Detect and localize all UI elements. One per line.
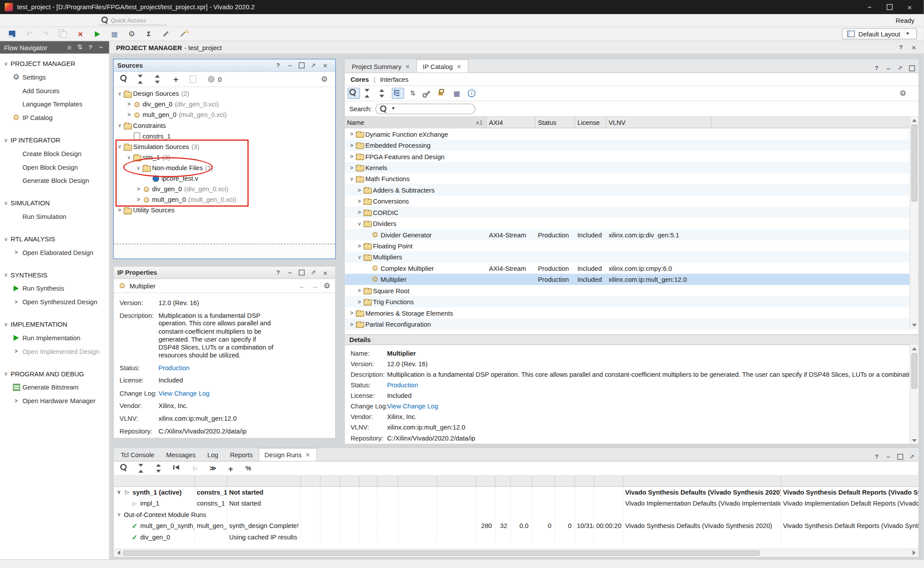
column-header[interactable] (114, 476, 195, 486)
expander-icon[interactable] (356, 254, 363, 260)
column-header[interactable] (495, 476, 511, 486)
expander-icon[interactable] (356, 288, 363, 293)
expander-icon[interactable] (135, 197, 142, 202)
expander-icon[interactable] (135, 186, 142, 192)
copy-icon[interactable] (57, 28, 70, 39)
catalog-memories-storage-elements[interactable]: Memories & Storage Elements (345, 307, 918, 318)
run-mult-gen-0-synth-1[interactable]: mult_gen_0_synth_1 mult_gen_0 synth_desi… (114, 521, 918, 532)
fast-forward-icon[interactable] (207, 462, 219, 473)
flow-open-block-design[interactable]: Open Block Design (0, 160, 109, 174)
sum-icon[interactable] (143, 28, 155, 39)
flow-section-header[interactable]: IMPLEMENTATION (0, 318, 109, 331)
save-icon[interactable] (6, 28, 18, 39)
column-header-status[interactable]: Status (535, 117, 575, 127)
group-by-icon[interactable] (392, 88, 404, 99)
expander-icon[interactable] (116, 144, 123, 149)
column-header[interactable] (398, 476, 437, 486)
help-icon[interactable] (897, 43, 905, 51)
run-synth-1[interactable]: synth_1 (active) constrs_1 Not started (114, 487, 918, 498)
customize-icon[interactable] (421, 88, 433, 99)
scroll-right-icon[interactable] (909, 549, 918, 556)
menu-tools[interactable] (32, 18, 41, 22)
flow-section-header[interactable]: IP INTEGRATOR (0, 134, 109, 146)
undo-icon[interactable] (23, 28, 35, 39)
column-header[interactable] (477, 476, 495, 486)
scroll-down-icon[interactable] (910, 321, 917, 328)
menu-help[interactable] (79, 18, 88, 22)
catalog-partial-reconfiguration[interactable]: Partial Reconfiguration (345, 318, 918, 329)
step-back-icon[interactable] (172, 462, 184, 473)
run-icon[interactable] (92, 28, 104, 39)
expander-icon[interactable] (348, 164, 355, 170)
catalog-complex-multiplier[interactable]: Complex Multiplier AXI4-Stream Productio… (345, 262, 918, 273)
flow-add-sources[interactable]: Add Sources (0, 84, 109, 97)
flow-open-elaborated-design[interactable]: Open Elaborated Design (0, 245, 109, 259)
flow-open-implemented-design[interactable]: Open Implemented Design (0, 344, 109, 358)
details-scrollbar[interactable] (909, 344, 918, 444)
flow-ip-catalog[interactable]: IP Catalog (0, 111, 109, 124)
expander-icon[interactable] (356, 198, 363, 204)
run-selected-icon[interactable] (189, 462, 202, 473)
catalog-math-functions[interactable]: Math Functions (345, 173, 918, 184)
flow-create-block-design[interactable]: Create Block Design (0, 146, 109, 160)
flow-run-implementation[interactable]: Run Implementation (0, 331, 109, 345)
tree-utility-sources[interactable]: Utility Sources (114, 205, 335, 215)
float-icon[interactable] (309, 61, 318, 69)
caret-down-icon[interactable] (389, 105, 398, 113)
tab-libraries[interactable] (137, 250, 146, 253)
tab-tcl-console[interactable]: Tcl Console (115, 448, 160, 461)
tree-simulation-sources[interactable]: Simulation Sources (3) (114, 141, 335, 152)
tab-log[interactable]: Log (202, 448, 224, 461)
expander-icon[interactable] (356, 187, 363, 193)
menu-reports[interactable] (41, 18, 51, 22)
add-sources-icon[interactable] (170, 73, 182, 84)
flow-generate-bitstream[interactable]: Generate Bitstream (0, 380, 109, 394)
column-header-axi4[interactable]: AXI4 (487, 117, 535, 127)
expander-icon[interactable] (116, 207, 123, 213)
layout-selector[interactable]: Default Layout (842, 28, 917, 39)
minimize-icon[interactable] (286, 269, 294, 277)
restore-order-icon[interactable] (407, 88, 419, 99)
help-icon[interactable] (274, 61, 282, 69)
cores-link[interactable]: Cores (351, 76, 369, 83)
tree-constrs-1[interactable]: constrs_1 (114, 131, 335, 141)
expander-icon[interactable] (348, 153, 355, 159)
expander-icon[interactable] (116, 91, 123, 96)
flow-open-hardware-manager[interactable]: Open Hardware Manager (0, 394, 109, 408)
catalog-search-input[interactable] (399, 105, 472, 112)
catalog-cordic[interactable]: CORDIC (345, 207, 918, 218)
interfaces-link[interactable]: Interfaces (380, 76, 409, 83)
collapse-all-icon[interactable] (136, 73, 148, 84)
info-icon[interactable] (466, 88, 478, 99)
minimize-icon[interactable] (884, 64, 893, 73)
open-file-icon[interactable] (187, 73, 199, 84)
float-icon[interactable] (908, 453, 916, 461)
search-icon[interactable] (118, 73, 131, 84)
close-icon[interactable] (909, 43, 918, 51)
column-header[interactable] (227, 476, 301, 486)
expander-icon[interactable] (115, 487, 122, 498)
scrollbar-thumb[interactable] (911, 125, 917, 201)
column-header[interactable] (320, 476, 340, 486)
float-icon[interactable] (309, 269, 318, 277)
tree-sim-1[interactable]: sim_1 (3) (114, 152, 335, 162)
column-header-vlnv[interactable]: VLNV (606, 117, 712, 127)
delete-icon[interactable] (74, 28, 87, 39)
column-header[interactable] (195, 476, 227, 486)
flow-open-synthesized-design[interactable]: Open Synthesized Design (0, 295, 109, 309)
float-icon[interactable] (896, 64, 905, 73)
expander-icon[interactable] (348, 176, 355, 182)
edit-icon[interactable] (160, 28, 172, 39)
column-header[interactable] (359, 476, 378, 486)
help-icon[interactable] (873, 453, 881, 461)
expander-icon[interactable] (356, 243, 363, 248)
tree-constraints[interactable]: Constraints (114, 120, 335, 131)
percentage-icon[interactable] (242, 462, 254, 473)
expand-all-icon[interactable] (154, 462, 166, 473)
expander-icon[interactable] (348, 321, 355, 327)
catalog-embedded-processing[interactable]: Embedded Processing (345, 139, 918, 150)
tree-div-gen-0[interactable]: div_gen_0 (div_gen_0.xci) (114, 99, 335, 109)
close-icon[interactable] (404, 63, 411, 69)
column-header[interactable] (378, 476, 398, 486)
menu-view[interactable] (70, 18, 79, 22)
